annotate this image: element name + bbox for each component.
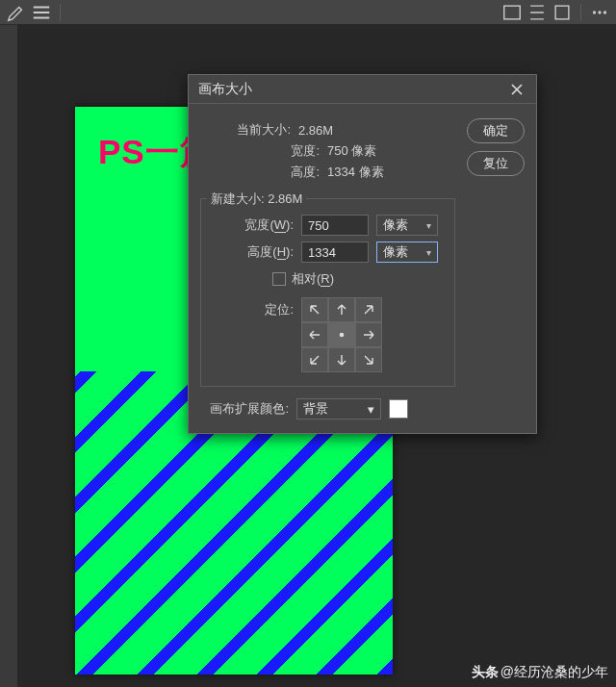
watermark-brand: 头条 (472, 664, 499, 681)
width-unit-select[interactable]: 像素 ▾ (376, 215, 438, 236)
extension-color-row: 画布扩展颜色: 背景 ▾ (200, 398, 525, 420)
anchor-center[interactable] (328, 322, 355, 347)
width-input[interactable] (301, 215, 369, 236)
anchor-e[interactable] (355, 322, 382, 347)
anchor-grid (301, 297, 382, 372)
svg-point-5 (340, 333, 345, 338)
new-size-legend: 新建大小: 2.86M (207, 191, 306, 208)
watermark: 头条 @经历沧桑的少年 (472, 664, 608, 681)
anchor-ne[interactable] (355, 297, 382, 322)
app-options-bar (0, 0, 616, 25)
anchor-sw[interactable] (301, 347, 328, 372)
new-size-group: 新建大小: 2.86M 宽度(W): 像素 ▾ 高度(H): 像素 ▾ (200, 198, 455, 387)
width-unit-value: 像素 (383, 216, 408, 234)
current-width-label: 宽度: (212, 142, 327, 160)
anchor-label: 定位: (213, 297, 301, 318)
current-size-group: 当前大小: 2.86M 宽度: 750 像素 高度: 1334 像素 (200, 114, 455, 189)
current-height-value: 1334 像素 (327, 164, 384, 181)
tool-panel-edge (0, 25, 17, 687)
current-size-value: 2.86M (298, 123, 333, 138)
current-width-value: 750 像素 (327, 142, 376, 160)
toolbar-divider (60, 4, 61, 21)
svg-rect-1 (555, 6, 569, 19)
relative-checkbox[interactable] (272, 272, 286, 286)
anchor-w[interactable] (301, 322, 328, 347)
dialog-titlebar[interactable]: 画布大小 (189, 75, 536, 104)
dialog-body: 确定 复位 当前大小: 2.86M 宽度: 750 像素 高度: 1334 像素… (189, 104, 536, 433)
reset-button[interactable]: 复位 (467, 151, 525, 176)
chevron-down-icon: ▾ (368, 402, 374, 417)
anchor-nw[interactable] (301, 297, 328, 322)
toolbar-divider (580, 4, 581, 21)
height-unit-select[interactable]: 像素 ▾ (376, 242, 438, 263)
height-label: 高度(H): (213, 243, 301, 261)
new-size-legend-text: 新建大小: (211, 191, 265, 206)
chevron-down-icon: ▾ (426, 247, 431, 258)
width-label: 宽度(W): (213, 216, 301, 234)
ok-button[interactable]: 确定 (467, 118, 525, 143)
toolbar-distribute-icon[interactable] (526, 3, 548, 22)
extension-color-label: 画布扩展颜色: (200, 400, 296, 418)
svg-point-2 (593, 11, 596, 13)
current-height-label: 高度: (212, 164, 327, 181)
dialog-buttons: 确定 复位 (467, 118, 525, 176)
dialog-title: 画布大小 (198, 81, 252, 98)
toolbar-eyedropper-icon[interactable] (6, 3, 27, 22)
toolbar-more-icon[interactable] (589, 3, 610, 22)
svg-point-3 (598, 11, 601, 13)
current-height-row: 高度: 1334 像素 (212, 164, 444, 181)
height-row: 高度(H): 像素 ▾ (213, 242, 443, 263)
anchor-se[interactable] (355, 347, 382, 372)
svg-point-4 (603, 11, 606, 13)
height-unit-value: 像素 (383, 243, 408, 261)
extension-color-swatch[interactable] (389, 399, 408, 419)
current-width-row: 宽度: 750 像素 (212, 142, 444, 160)
current-size-label: 当前大小: (212, 121, 298, 139)
extension-color-value: 背景 (303, 400, 328, 418)
height-input[interactable] (301, 242, 369, 263)
current-size-row: 当前大小: 2.86M (212, 121, 444, 139)
svg-rect-0 (504, 6, 521, 19)
relative-label: 相对(R) (292, 270, 334, 288)
anchor-row: 定位: (213, 297, 443, 372)
toolbar-menu-icon[interactable] (31, 3, 52, 22)
toolbar-align-icon[interactable] (501, 3, 523, 22)
relative-row: 相对(R) (213, 270, 443, 288)
extension-color-select[interactable]: 背景 ▾ (296, 398, 381, 420)
close-icon[interactable] (507, 80, 526, 99)
new-size-value: 2.86M (268, 191, 302, 206)
anchor-s[interactable] (328, 347, 355, 372)
canvas-size-dialog: 画布大小 确定 复位 当前大小: 2.86M 宽度: 750 像素 高度: 13… (188, 74, 537, 434)
width-row: 宽度(W): 像素 ▾ (213, 215, 443, 236)
toolbar-3d-icon[interactable] (552, 3, 573, 22)
chevron-down-icon: ▾ (426, 220, 431, 231)
watermark-user: @经历沧桑的少年 (500, 664, 608, 681)
anchor-n[interactable] (328, 297, 355, 322)
